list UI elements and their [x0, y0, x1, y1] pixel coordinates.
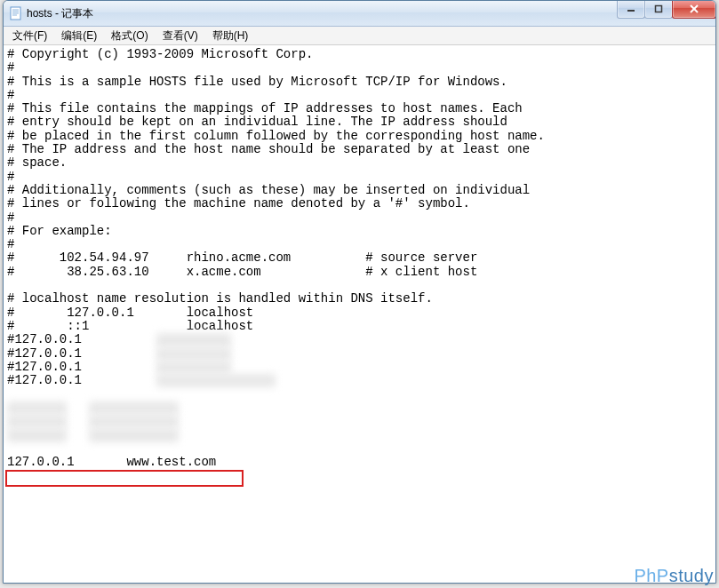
redacted-text: xxxxxxxx [7, 415, 67, 428]
menu-edit[interactable]: 编辑(E) [54, 27, 104, 45]
text-line: # entry should be kept on an individual … [7, 115, 507, 129]
highlighted-entry: 127.0.0.1 www.test.com [7, 455, 216, 469]
text-line: # [7, 88, 14, 102]
text-line: # [7, 211, 14, 225]
watermark-part: PhP [634, 566, 668, 585]
window-title: hosts - 记事本 [27, 6, 93, 21]
text-editor[interactable]: # Copyright (c) 1993-2009 Microsoft Corp… [4, 45, 715, 583]
redacted-text: xxxxxxxxxxxx [89, 428, 179, 441]
text-line: # be placed in the first column followed… [7, 129, 545, 143]
svg-rect-6 [656, 6, 662, 12]
redacted-text: xxxxxxxxxxxx [89, 401, 179, 415]
close-button[interactable] [672, 0, 716, 19]
redacted-text: xxxxxxxxxxxx [89, 415, 179, 428]
text-line: # [7, 237, 14, 251]
maximize-button[interactable] [644, 0, 673, 19]
text-line: # ::1 localhost [7, 319, 253, 333]
text-line: # 102.54.94.97 rhino.acme.com # source s… [7, 250, 477, 265]
maximize-icon [654, 4, 663, 13]
text-line: # localhost name resolution is handled w… [7, 291, 433, 306]
watermark-part: study [669, 566, 714, 585]
text-line: #127.0.0.1 [7, 373, 156, 387]
watermark: PhPstudy [634, 566, 714, 586]
menubar: 文件(F) 编辑(E) 格式(O) 查看(V) 帮助(H) [4, 27, 715, 45]
text-line: # lines or following the machine name de… [7, 196, 470, 211]
text-line: # 38.25.63.10 x.acme.com # x client host [7, 265, 477, 279]
text-line: # [7, 60, 14, 75]
redacted-text: xxxxxxxxxx [156, 347, 231, 361]
menu-format[interactable]: 格式(O) [104, 27, 155, 45]
notepad-icon [9, 6, 23, 20]
redacted-text: xxxxxxxx [7, 401, 67, 415]
close-icon [689, 4, 699, 13]
text-line: # This file contains the mappings of IP … [7, 101, 523, 115]
text-line: # 127.0.0.1 localhost [7, 306, 253, 320]
text-line: # [7, 170, 14, 184]
titlebar[interactable]: hosts - 记事本 [4, 1, 715, 27]
redacted-text: xxxxxxxxxx [156, 361, 231, 374]
text-line: #127.0.0.1 [7, 360, 156, 374]
menu-view[interactable]: 查看(V) [156, 27, 205, 45]
redacted-text: xxxxxxxxxx [156, 333, 231, 346]
notepad-window: hosts - 记事本 文件(F) 编辑(E) 格式(O) 查看(V) 帮助(H… [3, 0, 716, 584]
text-line: #127.0.0.1 [7, 346, 156, 361]
text-line: # Copyright (c) 1993-2009 Microsoft Corp… [7, 47, 313, 61]
menu-file[interactable]: 文件(F) [5, 27, 54, 45]
redacted-text: xxxxxxxxxxxxxxxx [156, 374, 276, 387]
highlight-box [5, 470, 244, 487]
minimize-button[interactable] [617, 0, 645, 19]
text-line: # This is a sample HOSTS file used by Mi… [7, 75, 507, 89]
minimize-icon [627, 4, 635, 13]
text-line: # space. [7, 155, 67, 170]
text-line: # Additionally, comments (such as these)… [7, 183, 530, 197]
text-line: # The IP address and the host name shoul… [7, 142, 530, 156]
window-buttons [618, 0, 716, 19]
text-line: # For example: [7, 224, 112, 238]
text-line: #127.0.0.1 [7, 332, 156, 346]
menu-help[interactable]: 帮助(H) [205, 27, 256, 45]
redacted-text: xxxxxxxx [7, 428, 67, 441]
